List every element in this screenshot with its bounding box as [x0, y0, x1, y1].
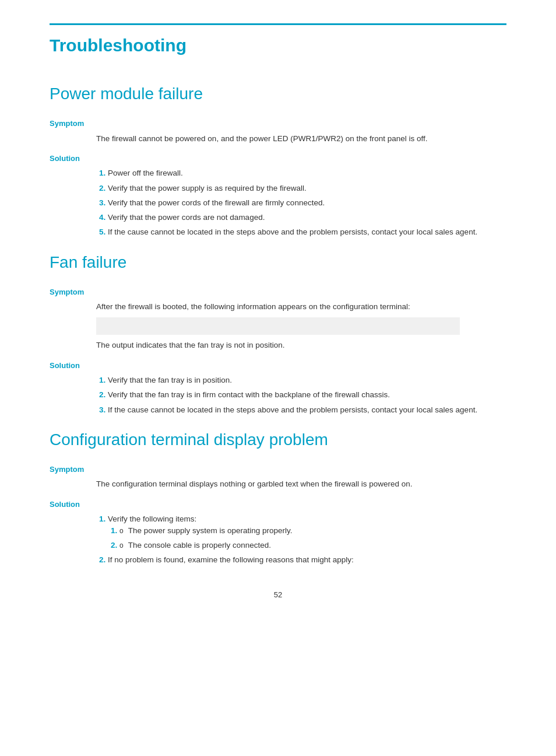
section-title-power-module: Power module failure: [50, 82, 506, 106]
section-title-config-terminal: Configuration terminal display problem: [50, 428, 506, 452]
solution-list-config: Verify the following items: The power su…: [96, 513, 506, 566]
sub-list-item: The console cable is properly connected.: [119, 540, 506, 551]
symptom-label-config: Symptom: [50, 464, 506, 475]
section-title-fan-failure: Fan failure: [50, 250, 506, 275]
symptom-text-fan: After the firewall is booted, the follow…: [96, 301, 506, 313]
code-block-fan: [96, 317, 460, 335]
solution-label-fan: Solution: [50, 360, 506, 372]
symptom-label-fan: Symptom: [50, 286, 506, 298]
section-power-module: Power module failure Symptom The firewal…: [50, 82, 506, 239]
list-item: Verify that the power cords are not dama…: [108, 212, 506, 223]
list-item: Verify that the power supply is as requi…: [108, 183, 506, 194]
section-fan-failure: Fan failure Symptom After the firewall i…: [50, 250, 506, 416]
solution-list-fan: Verify that the fan tray is in position.…: [96, 374, 506, 416]
list-item: Power off the firewall.: [108, 167, 506, 179]
list-item: Verify that the fan tray is in firm cont…: [108, 389, 506, 401]
section-config-terminal: Configuration terminal display problem S…: [50, 428, 506, 566]
symptom-text-config: The configuration terminal displays noth…: [96, 478, 506, 490]
list-item: If the cause cannot be located in the st…: [108, 404, 506, 416]
page-number: 52: [50, 589, 506, 601]
list-item: If no problem is found, examine the foll…: [108, 554, 506, 566]
list-item: If the cause cannot be located in the st…: [108, 226, 506, 238]
solution-list-power: Power off the firewall. Verify that the …: [96, 167, 506, 238]
solution-label-config: Solution: [50, 499, 506, 510]
list-item: Verify the following items: The power su…: [108, 513, 506, 551]
sub-list-item: The power supply system is operating pro…: [119, 525, 506, 537]
list-item: Verify that the power cords of the firew…: [108, 197, 506, 209]
symptom-text-fan-2: The output indicates that the fan tray i…: [96, 340, 506, 351]
symptom-label-power: Symptom: [50, 118, 506, 130]
top-border: [50, 23, 506, 25]
page-container: Troubleshooting Power module failure Sym…: [0, 0, 556, 636]
list-item: Verify that the fan tray is in position.: [108, 374, 506, 386]
page-title: Troubleshooting: [50, 32, 506, 58]
symptom-text-power: The firewall cannot be powered on, and t…: [96, 133, 506, 145]
solution-label-power: Solution: [50, 153, 506, 164]
